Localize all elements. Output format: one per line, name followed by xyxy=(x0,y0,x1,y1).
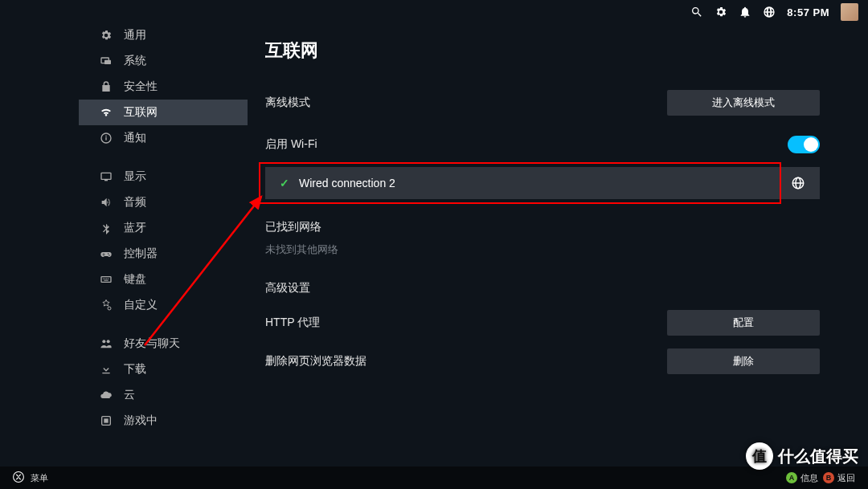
check-icon: ✓ xyxy=(280,177,289,189)
connection-row[interactable]: ✓ Wired connection 2 xyxy=(265,167,820,199)
svg-rect-17 xyxy=(104,418,108,422)
settings-sidebar: 通用 系统 安全性 互联网 通知 显示 音频 蓝牙 控制器 键盘 自定义 好友与… xyxy=(79,22,248,465)
svg-point-13 xyxy=(108,307,111,310)
page-title: 互联网 xyxy=(265,39,820,63)
svg-rect-11 xyxy=(108,279,108,279)
sidebar-item-bluetooth[interactable]: 蓝牙 xyxy=(79,215,248,241)
sidebar-item-internet[interactable]: 互联网 xyxy=(79,100,248,125)
svg-rect-10 xyxy=(106,279,107,279)
sidebar-item-ingame[interactable]: 游戏中 xyxy=(79,408,248,434)
offline-label: 离线模式 xyxy=(265,96,310,110)
sidebar-item-security[interactable]: 安全性 xyxy=(79,74,248,100)
hint-a: A信息 xyxy=(786,472,818,484)
controller-icon xyxy=(100,247,113,260)
sidebar-item-label: 蓝牙 xyxy=(124,221,146,235)
sidebar-item-keyboard[interactable]: 键盘 xyxy=(79,267,248,292)
sidebar-item-label: 自定义 xyxy=(124,298,158,312)
system-icon xyxy=(100,55,113,67)
sidebar-item-notifications[interactable]: 通知 xyxy=(79,125,248,151)
bluetooth-icon xyxy=(100,222,113,234)
sidebar-item-label: 好友与聊天 xyxy=(124,336,180,351)
sidebar-item-audio[interactable]: 音频 xyxy=(79,189,248,215)
enter-offline-button[interactable]: 进入离线模式 xyxy=(667,90,820,116)
svg-rect-8 xyxy=(103,279,104,279)
b-button-icon: B xyxy=(823,472,834,483)
sidebar-item-controller[interactable]: 控制器 xyxy=(79,241,248,267)
configure-proxy-button[interactable]: 配置 xyxy=(667,310,820,336)
connection-row-wrap: ✓ Wired connection 2 xyxy=(265,167,820,199)
found-networks-label: 已找到网络 xyxy=(265,220,820,234)
sidebar-item-label: 游戏中 xyxy=(124,414,158,428)
watermark-badge: 值 xyxy=(746,442,773,470)
cloud-icon xyxy=(100,389,113,401)
no-other-networks: 未找到其他网络 xyxy=(265,242,820,257)
bottom-bar: 菜单 A信息 B返回 xyxy=(0,467,868,489)
sidebar-item-label: 安全性 xyxy=(124,79,158,94)
svg-rect-3 xyxy=(105,137,106,141)
display-icon xyxy=(100,170,113,183)
advanced-label: 高级设置 xyxy=(265,281,820,295)
svg-point-14 xyxy=(102,340,105,343)
wifi-icon xyxy=(100,106,113,119)
row-offline: 离线模式 进入离线模式 xyxy=(265,80,820,125)
svg-rect-9 xyxy=(104,279,105,279)
sidebar-item-friends[interactable]: 好友与聊天 xyxy=(79,331,248,357)
audio-icon xyxy=(100,196,113,209)
main-panel: 互联网 离线模式 进入离线模式 启用 Wi-Fi ✓ Wired connect… xyxy=(265,32,820,457)
sidebar-item-label: 云 xyxy=(124,388,135,402)
clear-browser-button[interactable]: 删除 xyxy=(667,348,820,374)
clock-time: 8:57 PM xyxy=(787,6,829,18)
ingame-icon xyxy=(100,414,113,427)
svg-rect-6 xyxy=(104,180,108,181)
avatar[interactable] xyxy=(841,3,858,21)
sidebar-item-cloud[interactable]: 云 xyxy=(79,382,248,408)
wifi-label: 启用 Wi-Fi xyxy=(265,137,317,152)
settings-gear-icon[interactable] xyxy=(714,6,727,18)
sidebar-item-label: 系统 xyxy=(124,54,146,68)
svg-rect-12 xyxy=(104,280,108,281)
sidebar-item-display[interactable]: 显示 xyxy=(79,164,248,189)
hint-b: B返回 xyxy=(823,472,855,484)
a-button-icon: A xyxy=(786,472,797,483)
globe-icon xyxy=(791,176,805,190)
clear-browser-label: 删除网页浏览器数据 xyxy=(265,354,366,369)
svg-point-15 xyxy=(107,340,110,343)
watermark-text: 什么值得买 xyxy=(778,446,858,467)
lock-icon xyxy=(100,80,113,93)
menu-label[interactable]: 菜单 xyxy=(31,472,48,484)
xbox-icon[interactable] xyxy=(13,471,24,484)
sidebar-item-label: 通用 xyxy=(124,28,146,43)
http-proxy-label: HTTP 代理 xyxy=(265,316,320,330)
row-clear-browser: 删除网页浏览器数据 删除 xyxy=(265,342,820,381)
search-icon[interactable] xyxy=(690,6,703,18)
svg-rect-7 xyxy=(101,277,111,283)
download-icon xyxy=(100,363,113,376)
sidebar-item-label: 音频 xyxy=(124,195,146,210)
connection-name: Wired connection 2 xyxy=(299,177,781,189)
info-icon xyxy=(100,132,113,145)
wifi-toggle[interactable] xyxy=(788,136,820,153)
sidebar-item-system[interactable]: 系统 xyxy=(79,48,248,74)
watermark: 值 什么值得买 xyxy=(746,442,858,470)
sidebar-item-label: 下载 xyxy=(124,362,146,377)
svg-rect-4 xyxy=(105,136,106,137)
bell-icon[interactable] xyxy=(739,6,751,18)
sidebar-item-general[interactable]: 通用 xyxy=(79,22,248,48)
keyboard-icon xyxy=(100,273,113,286)
svg-rect-1 xyxy=(104,60,111,64)
svg-rect-5 xyxy=(101,173,111,179)
row-http-proxy: HTTP 代理 配置 xyxy=(265,304,820,342)
gear-icon xyxy=(100,29,113,42)
row-wifi: 启用 Wi-Fi xyxy=(265,125,820,164)
friends-icon xyxy=(100,337,113,350)
sidebar-item-label: 控制器 xyxy=(124,247,158,261)
sidebar-item-downloads[interactable]: 下载 xyxy=(79,357,248,382)
globe-icon[interactable] xyxy=(763,6,776,18)
sidebar-item-label: 通知 xyxy=(124,131,146,145)
customize-icon xyxy=(100,299,113,312)
top-bar: 8:57 PM xyxy=(0,0,868,24)
sidebar-item-label: 显示 xyxy=(124,169,146,184)
sidebar-item-customize[interactable]: 自定义 xyxy=(79,292,248,318)
sidebar-item-label: 互联网 xyxy=(124,105,158,120)
sidebar-item-label: 键盘 xyxy=(124,272,146,287)
